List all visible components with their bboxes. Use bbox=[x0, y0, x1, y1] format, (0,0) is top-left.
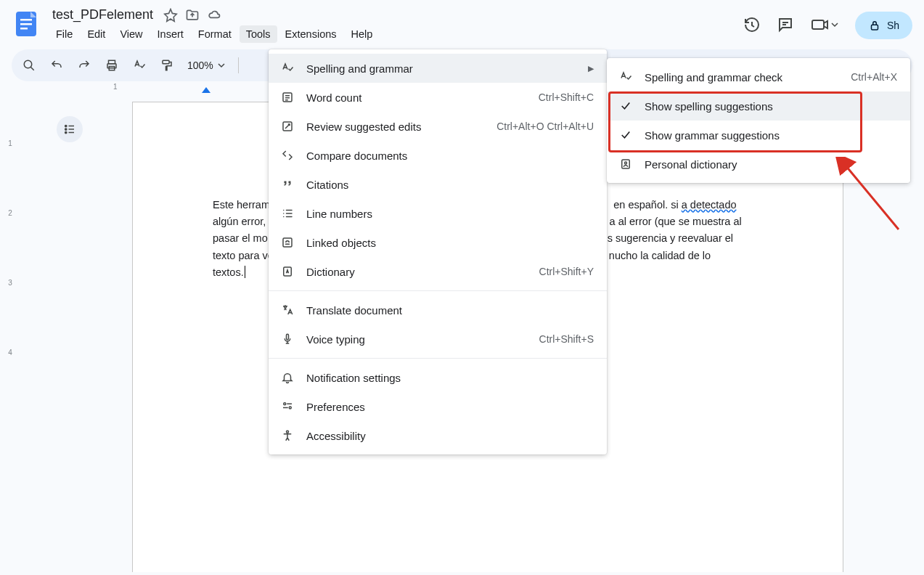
submenu-show-grammar-suggestions[interactable]: Show grammar suggestions bbox=[607, 121, 910, 150]
dictionary-icon bbox=[280, 264, 295, 279]
menu-edit[interactable]: Edit bbox=[81, 25, 112, 43]
menu-notification-settings[interactable]: Notification settings bbox=[269, 363, 607, 392]
spellcheck-icon bbox=[280, 61, 295, 76]
menu-shortcut: Ctrl+Alt+O Ctrl+Alt+U bbox=[496, 121, 594, 132]
vertical-ruler: 1 2 3 4 bbox=[0, 81, 20, 572]
menu-voice-typing[interactable]: Voice typing Ctrl+Shift+S bbox=[269, 325, 607, 354]
menu-line-numbers[interactable]: Line numbers bbox=[269, 199, 607, 228]
svg-rect-1 bbox=[20, 19, 32, 21]
review-icon bbox=[280, 119, 295, 134]
menu-shortcut: Ctrl+Shift+C bbox=[539, 91, 594, 103]
paint-format-icon[interactable] bbox=[160, 58, 174, 73]
svg-rect-10 bbox=[163, 60, 169, 64]
menu-shortcut: Ctrl+Alt+X bbox=[851, 71, 897, 83]
svg-point-6 bbox=[24, 60, 32, 68]
docs-logo-icon[interactable] bbox=[12, 9, 41, 38]
star-icon[interactable] bbox=[163, 8, 178, 23]
history-icon[interactable] bbox=[743, 16, 761, 33]
menu-word-count[interactable]: Word count Ctrl+Shift+C bbox=[269, 83, 607, 112]
svg-rect-3 bbox=[20, 28, 28, 30]
tools-dropdown: Spelling and grammar ▶ Word count Ctrl+S… bbox=[269, 49, 607, 454]
menu-shortcut: Ctrl+Shift+S bbox=[539, 333, 594, 345]
undo-icon[interactable] bbox=[49, 58, 64, 73]
app-header: test_PDFelement File Edit View Insert Fo… bbox=[0, 0, 924, 49]
spelling-grammar-submenu: Spelling and grammar check Ctrl+Alt+X Sh… bbox=[607, 58, 910, 183]
menu-format[interactable]: Format bbox=[192, 25, 238, 43]
menu-item-label: Show grammar suggestions bbox=[645, 129, 897, 142]
citations-icon bbox=[280, 177, 295, 192]
vruler-tick: 4 bbox=[6, 348, 15, 356]
move-folder-icon[interactable] bbox=[185, 8, 200, 23]
svg-point-23 bbox=[625, 162, 627, 164]
menu-preferences[interactable]: Preferences bbox=[269, 392, 607, 421]
menu-item-label: Accessibility bbox=[306, 430, 594, 442]
menu-insert[interactable]: Insert bbox=[151, 25, 190, 43]
svg-rect-16 bbox=[283, 238, 292, 247]
redo-icon[interactable] bbox=[77, 58, 91, 73]
menu-bar: File Edit View Insert Format Tools Exten… bbox=[49, 25, 735, 43]
word-count-icon bbox=[280, 90, 295, 105]
svg-point-12 bbox=[65, 129, 67, 130]
menu-view[interactable]: View bbox=[113, 25, 149, 43]
meet-icon[interactable] bbox=[810, 16, 839, 33]
vruler-tick: 2 bbox=[6, 209, 15, 217]
menu-translate-document[interactable]: Translate document bbox=[269, 295, 607, 325]
lock-icon bbox=[868, 19, 881, 32]
submenu-spelling-grammar-check[interactable]: Spelling and grammar check Ctrl+Alt+X bbox=[607, 62, 910, 91]
search-icon[interactable] bbox=[22, 58, 36, 73]
toolbar-separator bbox=[238, 57, 239, 73]
check-icon bbox=[618, 99, 633, 113]
menu-tools[interactable]: Tools bbox=[240, 25, 277, 43]
menu-linked-objects[interactable]: Linked objects bbox=[269, 228, 607, 257]
menu-item-label: Personal dictionary bbox=[645, 158, 897, 171]
cloud-status-icon[interactable] bbox=[207, 8, 221, 23]
share-button[interactable]: Sh bbox=[855, 12, 912, 39]
svg-rect-2 bbox=[20, 23, 32, 25]
personal-dictionary-icon bbox=[618, 157, 633, 171]
list-icon bbox=[63, 123, 76, 136]
svg-rect-4 bbox=[812, 20, 824, 29]
chevron-right-icon: ▶ bbox=[588, 64, 594, 73]
svg-point-20 bbox=[289, 407, 291, 409]
menu-citations[interactable]: Citations bbox=[269, 170, 607, 199]
menu-review-suggested-edits[interactable]: Review suggested edits Ctrl+Alt+O Ctrl+A… bbox=[269, 112, 607, 141]
menu-item-label: Compare documents bbox=[306, 150, 594, 162]
compare-icon bbox=[280, 148, 295, 163]
svg-point-21 bbox=[287, 431, 289, 433]
line-numbers-icon bbox=[280, 206, 295, 221]
menu-item-label: Review suggested edits bbox=[306, 121, 485, 133]
menu-compare-documents[interactable]: Compare documents bbox=[269, 141, 607, 170]
zoom-selector[interactable]: 100% bbox=[187, 60, 225, 71]
menu-item-label: Dictionary bbox=[306, 266, 528, 278]
menu-extensions[interactable]: Extensions bbox=[279, 25, 343, 43]
share-button-label: Sh bbox=[887, 20, 899, 31]
menu-spelling-grammar[interactable]: Spelling and grammar ▶ bbox=[269, 54, 607, 83]
text-cursor bbox=[245, 266, 245, 278]
menu-shortcut: Ctrl+Shift+Y bbox=[539, 266, 594, 277]
menu-dictionary[interactable]: Dictionary Ctrl+Shift+Y bbox=[269, 257, 607, 286]
menu-separator bbox=[269, 290, 607, 291]
zoom-value: 100% bbox=[187, 60, 213, 71]
menu-file[interactable]: File bbox=[49, 25, 79, 43]
menu-item-label: Linked objects bbox=[306, 237, 594, 249]
menu-help[interactable]: Help bbox=[345, 25, 380, 43]
vruler-tick: 1 bbox=[6, 139, 15, 147]
hruler-tick: 1 bbox=[113, 83, 118, 91]
preferences-icon bbox=[280, 399, 295, 414]
menu-item-label: Show spelling suggestions bbox=[645, 100, 897, 113]
print-icon[interactable] bbox=[105, 58, 119, 73]
indent-marker-icon[interactable] bbox=[202, 87, 210, 93]
svg-rect-18 bbox=[287, 334, 289, 340]
menu-item-label: Line numbers bbox=[306, 208, 594, 220]
menu-accessibility[interactable]: Accessibility bbox=[269, 421, 607, 450]
spellcheck-icon[interactable] bbox=[132, 58, 147, 73]
menu-item-label: Translate document bbox=[306, 304, 594, 317]
submenu-personal-dictionary[interactable]: Personal dictionary bbox=[607, 150, 910, 179]
outline-toggle-button[interactable] bbox=[57, 116, 83, 142]
submenu-show-spelling-suggestions[interactable]: Show spelling suggestions bbox=[607, 91, 910, 121]
svg-rect-5 bbox=[871, 25, 878, 30]
svg-point-11 bbox=[65, 125, 67, 126]
chevron-down-icon bbox=[218, 62, 225, 69]
document-title[interactable]: test_PDFelement bbox=[49, 6, 156, 24]
comments-icon[interactable] bbox=[777, 16, 794, 33]
